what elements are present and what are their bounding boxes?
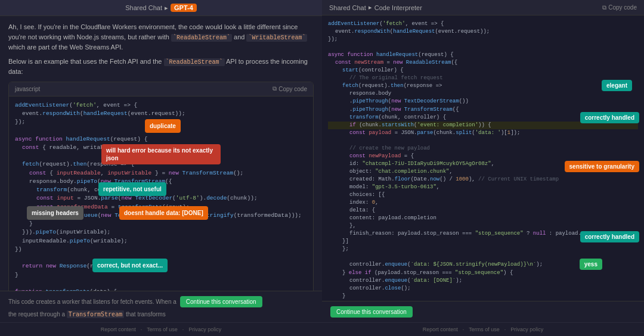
annotation-repetitive: repetitive, not useful xyxy=(98,182,166,196)
right-panel: Shared Chat ▸ Code Interpreter ⧉ Copy co… xyxy=(322,0,644,336)
annotation-missing-headers: missing headers xyxy=(27,206,83,220)
privacy-link-right[interactable]: Privacy policy xyxy=(510,326,543,332)
copy-code-button[interactable]: ⧉ Copy code xyxy=(273,85,307,92)
right-code-area: addEventListener('fetch', event => { eve… xyxy=(322,15,644,301)
annotation-correctly-handled-1: correctly handled xyxy=(580,112,639,123)
report-content-link-right[interactable]: Report content xyxy=(423,326,458,332)
annotation-sensitive-granularity: sensitive to granularity xyxy=(565,161,639,172)
annotation-correct-not-exact: correct, but not exact... xyxy=(92,259,168,272)
left-chat-content: Ah, I see. If you're in the Cloudflare W… xyxy=(0,16,322,291)
code-block-header: javascript ⧉ Copy code xyxy=(9,82,313,97)
annotation-doesnt-handle: doesnt handle data: [DONE] xyxy=(119,206,208,220)
lang-label: javascript xyxy=(15,85,40,94)
readable-stream-api-ref: `ReadableStream` xyxy=(164,58,225,66)
terms-link-right[interactable]: Terms of use xyxy=(469,326,500,332)
code-interpreter-badge: Code Interpreter xyxy=(374,4,422,11)
left-top-bar: Shared Chat ▸ GPT-4 xyxy=(0,0,322,16)
annotation-duplicate: duplicate xyxy=(145,119,181,133)
bottom-text-pre: This code creates a worker that listens … xyxy=(8,298,177,305)
annotation-yess: yess xyxy=(580,259,602,270)
report-content-link-left[interactable]: Report content xyxy=(101,326,136,332)
gpt4-badge: GPT-4 xyxy=(171,4,197,12)
annotation-hard-error: will hard error because its not exactly … xyxy=(101,144,221,164)
left-code-block: javascript ⧉ Copy code addEventListener(… xyxy=(8,82,314,291)
right-footer: Report content · Terms of use · Privacy … xyxy=(322,322,644,336)
privacy-link-left[interactable]: Privacy policy xyxy=(188,326,221,332)
continue-conversation-button[interactable]: Continue this conversation xyxy=(180,296,262,307)
annotation-correctly-handled-2: correctly handled xyxy=(580,231,639,242)
terms-link-left[interactable]: Terms of use xyxy=(147,326,178,332)
bottom-text-post: the request through a TransformStream th… xyxy=(8,311,166,318)
left-panel: Shared Chat ▸ GPT-4 Ah, I see. If you're… xyxy=(0,0,322,336)
separator-left: ▸ xyxy=(165,4,168,12)
right-bottom-bar: Continue this conversation xyxy=(322,301,644,322)
left-footer: Report content · Terms of use · Privacy … xyxy=(0,322,322,336)
fetch-intro-text: Below is an example that uses the Fetch … xyxy=(8,57,314,77)
shared-chat-label-right: Shared Chat xyxy=(329,4,366,11)
annotation-elegant: elegant xyxy=(602,80,632,91)
left-bottom-bar: This code creates a worker that listens … xyxy=(0,291,322,322)
continue-conversation-button-right[interactable]: Continue this conversation xyxy=(330,306,413,318)
copy-icon: ⧉ xyxy=(273,85,277,92)
copy-code-button-right[interactable]: ⧉ Copy code xyxy=(602,4,637,11)
copy-icon-right: ⧉ xyxy=(602,4,606,11)
chat-intro-text: Ah, I see. If you're in the Cloudflare W… xyxy=(8,22,314,52)
writable-stream-ref: `WritableStream` xyxy=(246,34,307,42)
readable-stream-ref: `ReadableStream` xyxy=(171,34,232,42)
right-top-bar: Shared Chat ▸ Code Interpreter ⧉ Copy co… xyxy=(322,0,644,15)
shared-chat-label: Shared Chat xyxy=(125,4,162,11)
